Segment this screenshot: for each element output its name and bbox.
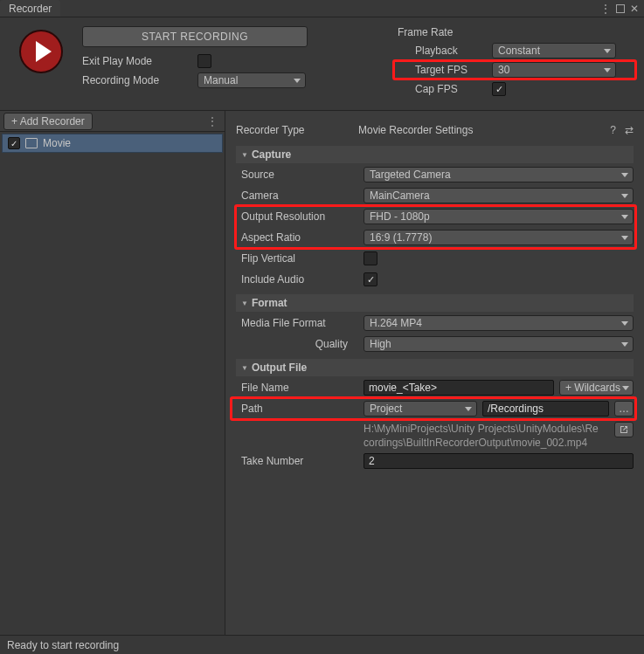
status-text: Ready to start recording (7, 639, 119, 651)
tab-recorder[interactable]: Recorder (0, 0, 60, 17)
aspect-ratio-dropdown[interactable]: 16:9 (1.7778) (364, 230, 634, 245)
play-icon (36, 41, 52, 62)
camera-label: Camera (241, 189, 364, 202)
resolved-path-text: H:\MyMiniProjects\Unity Projects\UnityMo… (364, 422, 602, 450)
status-bar: Ready to start recording (0, 635, 644, 654)
start-recording-button[interactable]: START RECORDING (82, 26, 308, 47)
recorder-list-panel: + Add Recorder ⋮ Movie (0, 111, 225, 635)
reveal-in-explorer-button[interactable] (614, 422, 634, 437)
section-output-file: Output File File Name movie_<Take> + Wil… (236, 359, 634, 471)
recorder-list-menu-icon[interactable]: ⋮ (207, 115, 218, 127)
media-format-dropdown[interactable]: H.264 MP4 (364, 315, 634, 331)
take-number-input[interactable]: 2 (364, 453, 634, 469)
output-resolution-dropdown[interactable]: FHD - 1080p (364, 209, 634, 224)
recorder-settings-panel: Recorder Type Movie Recorder Settings ? … (225, 111, 644, 635)
include-audio-checkbox[interactable] (364, 272, 377, 286)
cap-fps-checkbox[interactable] (492, 82, 506, 96)
flip-vertical-label: Flip Vertical (241, 252, 364, 265)
recorder-item-label: Movie (43, 137, 71, 149)
preset-icon[interactable]: ⇄ (625, 124, 634, 136)
take-number-label: Take Number (241, 455, 364, 467)
media-format-label: Media File Format (241, 317, 364, 329)
path-dropdown[interactable]: Project (364, 401, 477, 416)
recording-mode-label: Recording Mode (82, 74, 197, 86)
path-label: Path (241, 403, 364, 415)
recording-mode-dropdown[interactable]: Manual (197, 72, 306, 88)
main-panel: + Add Recorder ⋮ Movie Recorder Type Mov… (0, 110, 644, 635)
help-icon[interactable]: ? (610, 124, 616, 136)
add-recorder-button[interactable]: + Add Recorder (3, 113, 93, 130)
play-button[interactable] (19, 30, 63, 73)
recorder-enabled-checkbox[interactable] (8, 137, 20, 149)
camera-dropdown[interactable]: MainCamera (364, 188, 634, 203)
titlebar: Recorder ⋮ ✕ (0, 0, 644, 17)
recorder-type-label: Recorder Type (236, 124, 358, 136)
section-output-header[interactable]: Output File (236, 359, 634, 376)
recorder-list-item[interactable]: Movie (2, 134, 223, 153)
section-format-header[interactable]: Format (236, 294, 634, 312)
browse-button[interactable]: … (614, 401, 634, 416)
flip-vertical-checkbox[interactable] (364, 251, 377, 265)
output-resolution-label: Output Resolution (241, 210, 364, 223)
movie-icon (25, 138, 38, 148)
tab-label: Recorder (9, 3, 52, 15)
target-fps-dropdown[interactable]: 30 (492, 62, 616, 78)
cap-fps-label: Cap FPS (398, 83, 492, 95)
exit-play-mode-label: Exit Play Mode (82, 55, 197, 67)
close-icon[interactable]: ✕ (630, 3, 639, 15)
playback-dropdown[interactable]: Constant (492, 43, 616, 59)
frame-rate-label: Frame Rate (398, 26, 634, 38)
external-link-icon (619, 424, 629, 435)
recorder-type-value: Movie Recorder Settings (358, 124, 473, 136)
top-panel: START RECORDING Exit Play Mode Recording… (0, 17, 644, 110)
target-fps-label: Target FPS (398, 64, 492, 76)
quality-label: Quality (241, 338, 364, 350)
include-audio-label: Include Audio (241, 273, 364, 286)
source-dropdown[interactable]: Targeted Camera (364, 167, 634, 182)
file-name-input[interactable]: movie_<Take> (364, 380, 554, 396)
file-name-label: File Name (241, 382, 364, 394)
playback-label: Playback (398, 45, 492, 57)
maximize-icon[interactable] (616, 4, 625, 13)
source-label: Source (241, 169, 364, 181)
exit-play-mode-checkbox[interactable] (197, 54, 211, 68)
kebab-icon[interactable]: ⋮ (600, 3, 611, 15)
section-capture: Capture Source Targeted Camera Camera Ma… (236, 146, 634, 289)
aspect-ratio-label: Aspect Ratio (241, 231, 364, 244)
quality-dropdown[interactable]: High (364, 336, 634, 352)
wildcards-button[interactable]: + Wildcards (559, 380, 634, 396)
section-capture-header[interactable]: Capture (236, 146, 634, 163)
section-format: Format Media File Format H.264 MP4 Quali… (236, 294, 634, 354)
path-subfolder-input[interactable]: /Recordings (482, 401, 609, 416)
